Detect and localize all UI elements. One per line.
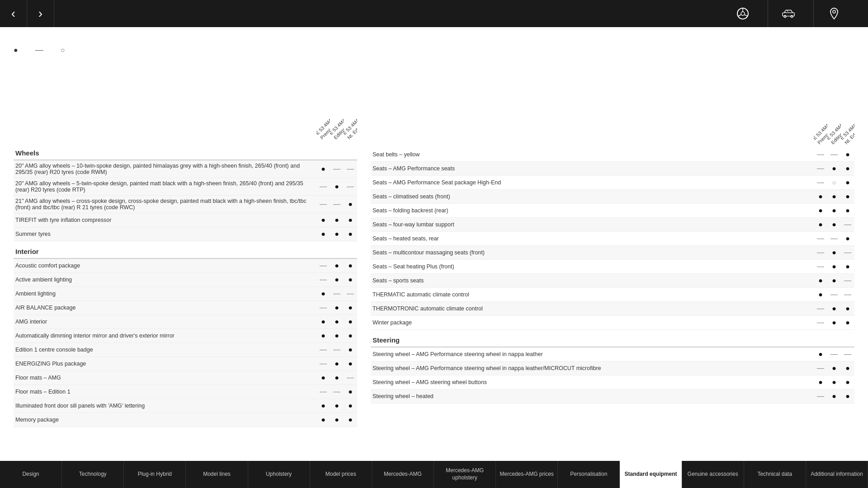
feature-name: Seats – AMG Performance seats	[371, 162, 814, 176]
bottom-tab[interactable]: Design	[0, 461, 62, 488]
indicator-col3: ●	[841, 302, 854, 316]
right-panel: E 53 4MATIC+Premium E 53 4MATIC+Edition …	[371, 36, 854, 427]
indicator-col1: ●	[814, 375, 827, 389]
find-showroom-link[interactable]	[813, 0, 859, 27]
indicator-col3: ●	[841, 190, 854, 204]
table-row: Seats – four-way lumbar support ● ● —	[371, 218, 854, 232]
table-row: AMG interior ● ● ●	[14, 315, 357, 329]
bottom-tab[interactable]: Technology	[62, 461, 124, 488]
feature-name: Seats – heated seats, rear	[371, 232, 814, 246]
table-row: THERMATIC automatic climate control ● — …	[371, 288, 854, 302]
indicator-col3: —	[344, 371, 357, 385]
table-row: 20" AMG alloy wheels – 10-twin-spoke des…	[14, 160, 357, 178]
indicator-col2: ○	[827, 176, 841, 190]
table-row: 21" AMG alloy wheels – cross-spoke desig…	[14, 196, 357, 213]
feature-name: Steering wheel – AMG Performance steerin…	[371, 347, 814, 361]
indicator-col3: ●	[344, 227, 357, 241]
indicator-col3: ●	[344, 357, 357, 371]
indicator-col2: ●	[827, 190, 841, 204]
table-row: Steering wheel – heated — ● ●	[371, 389, 854, 404]
table-row: AIR BALANCE package — ● ●	[14, 301, 357, 315]
feature-name: Seats – AMG Performance Seat package Hig…	[371, 176, 814, 190]
indicator-col2: ●	[330, 315, 344, 329]
table-row: Acoustic comfort package — ● ●	[14, 258, 357, 273]
nav-items	[722, 0, 859, 27]
indicator-col3: ●	[344, 329, 357, 343]
section-header: Steering	[371, 330, 854, 347]
feature-name: Seats – climatised seats (front)	[371, 190, 814, 204]
feature-name: Active ambient lighting	[14, 273, 316, 287]
indicator-col3: ●	[841, 176, 854, 190]
indicator-col1: ●	[316, 315, 330, 329]
bottom-tab[interactable]: Model lines	[186, 461, 248, 488]
feature-name: Acoustic comfort package	[14, 258, 316, 273]
car-icon	[782, 7, 795, 20]
section-header: Interior	[14, 241, 357, 259]
indicator-col3: ●	[344, 315, 357, 329]
table-row: Floor mats – Edition 1 — — ●	[14, 385, 357, 399]
legend-not-available: —	[35, 45, 47, 55]
indicator-col2: ●	[827, 316, 841, 330]
bottom-tab[interactable]: Model prices	[310, 461, 372, 488]
indicator-col1: —	[814, 176, 827, 190]
bottom-tab[interactable]: Personalisation	[558, 461, 620, 488]
section-header: Wheels	[14, 143, 357, 160]
table-row: THERMOTRONIC automatic climate control —…	[371, 302, 854, 316]
table-row: Seats – climatised seats (front) ● ● ●	[371, 190, 854, 204]
find-eclass-link[interactable]	[768, 0, 813, 27]
indicator-col1: —	[814, 316, 827, 330]
feature-name: Winter package	[371, 316, 814, 330]
indicator-col3: ●	[841, 260, 854, 274]
indicator-col3: ●	[344, 399, 357, 413]
indicator-col2: ●	[827, 204, 841, 218]
indicator-col3: ●	[344, 213, 357, 227]
bottom-tab[interactable]: Standard equipment	[620, 461, 682, 488]
next-arrow[interactable]: ›	[27, 0, 54, 27]
table-row: Seats – folding backrest (rear) ● ● ●	[371, 204, 854, 218]
table-row: Edition 1 centre console badge — — ●	[14, 343, 357, 357]
indicator-col3: ●	[841, 204, 854, 218]
indicator-col2: —	[827, 347, 841, 361]
bottom-tab[interactable]: Genuine accessories	[682, 461, 744, 488]
indicator-col1: —	[316, 301, 330, 315]
indicator-col1: —	[814, 389, 827, 404]
bottom-tab[interactable]: Upholstery	[248, 461, 310, 488]
indicator-col1: —	[316, 196, 330, 213]
indicator-col1: ●	[316, 227, 330, 241]
table-row: Automatically dimming interior mirror an…	[14, 329, 357, 343]
indicator-col2: —	[330, 196, 344, 213]
indicator-col1: —	[316, 357, 330, 371]
table-row: 20" AMG alloy wheels – 5-twin-spoke desi…	[14, 178, 357, 196]
indicator-col2: ●	[827, 260, 841, 274]
table-row: Memory package ● ● ●	[14, 413, 357, 427]
table-row: Illuminated front door sill panels with …	[14, 399, 357, 413]
svg-point-1	[741, 12, 745, 15]
indicator-col3: ●	[344, 413, 357, 427]
indicator-col2: ●	[827, 274, 841, 288]
indicator-col1: —	[316, 385, 330, 399]
feature-name: AIR BALANCE package	[14, 301, 316, 315]
svg-point-7	[791, 15, 793, 18]
indicator-col1: —	[814, 302, 827, 316]
feature-name: Seats – Seat heating Plus (front)	[371, 260, 814, 274]
indicator-col1: ●	[316, 399, 330, 413]
legend-standard: ●	[14, 46, 22, 54]
indicator-col2: ●	[827, 246, 841, 260]
feature-name: Summer tyres	[14, 227, 316, 241]
indicator-col2: ●	[330, 329, 344, 343]
indicator-col3: ●	[841, 148, 854, 162]
table-row: Seats – heated seats, rear — — ●	[371, 232, 854, 246]
svg-point-9	[833, 10, 835, 13]
bottom-tab[interactable]: Mercedes-AMG prices	[496, 461, 558, 488]
bottom-tab[interactable]: Additional information	[806, 461, 868, 488]
indicator-col3: —	[841, 347, 854, 361]
bottom-tab[interactable]: Plug-in Hybrid	[124, 461, 186, 488]
book-test-drive-link[interactable]	[722, 0, 768, 27]
feature-name: Ambient lighting	[14, 287, 316, 301]
svg-line-4	[745, 15, 748, 17]
bottom-tab[interactable]: Mercedes-AMG upholstery	[434, 461, 496, 488]
prev-arrow[interactable]: ‹	[0, 0, 27, 27]
indicator-col2: ●	[330, 301, 344, 315]
bottom-tab[interactable]: Mercedes-AMG	[372, 461, 434, 488]
bottom-tab[interactable]: Technical data	[744, 461, 806, 488]
